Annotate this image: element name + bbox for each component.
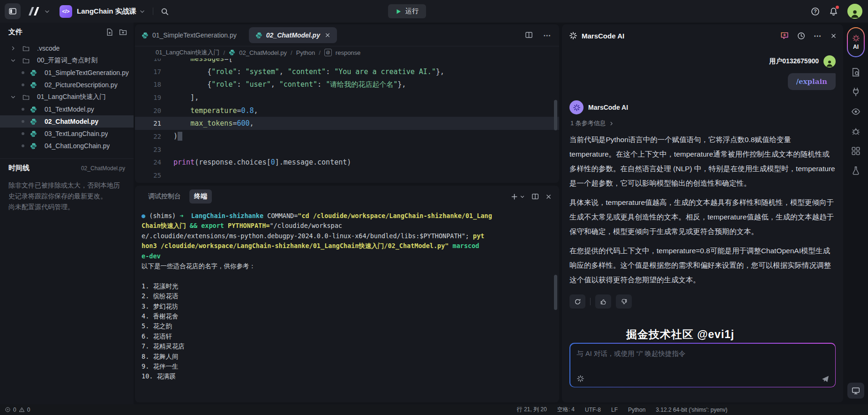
- preview-monitor-button[interactable]: [847, 383, 864, 399]
- code-token: 600: [237, 119, 249, 128]
- thumbs-up-button[interactable]: [595, 294, 611, 309]
- tree-item[interactable]: 01_TextModel.py: [0, 103, 134, 115]
- search-icon[interactable]: [161, 8, 169, 15]
- reference-row[interactable]: 1 条参考信息: [570, 119, 836, 128]
- help-icon[interactable]: [811, 7, 820, 16]
- tree-item-label: 04_ChatLongChain.py: [45, 142, 110, 150]
- preview-eye-icon[interactable]: [851, 107, 861, 116]
- tree-item[interactable]: .vscode: [0, 42, 134, 54]
- tree-item[interactable]: 02_ChatModel.py: [0, 115, 134, 128]
- tree-item[interactable]: 01_LangChain快速入门: [0, 91, 134, 103]
- sidebar-toggle-button[interactable]: [5, 3, 21, 19]
- close-ai-panel-icon[interactable]: [831, 33, 837, 39]
- tree-item[interactable]: 00_开篇词_奇点时刻: [0, 54, 134, 67]
- terminal-token: "cd /cloudide/workspace/LangChain-shizha…: [298, 212, 492, 219]
- code-line[interactable]: 18 {"role": "user", "content": "请给我的花店起个…: [135, 78, 559, 91]
- status-item[interactable]: 3.12.2 64-bit ('shims': pyenv): [656, 407, 727, 413]
- problems-indicator[interactable]: 0 0: [5, 407, 30, 413]
- thumbs-down-icon: [621, 298, 628, 305]
- terminal-line: 2. 缤纷花语: [142, 291, 553, 301]
- project-chevron-down-icon[interactable]: [139, 8, 145, 15]
- breadcrumb-separator: /: [291, 49, 292, 56]
- extensions-grid-icon[interactable]: [851, 146, 861, 156]
- code-line[interactable]: 20 temperature=0.8,: [135, 104, 559, 117]
- editor-scrollbar[interactable]: [554, 100, 557, 130]
- code-line[interactable]: 19 ],: [135, 91, 559, 104]
- terminal-token: hon3 /cloudide/workspace/LangChain-shizh…: [142, 242, 453, 249]
- tree-item[interactable]: 01_SimpleTextGeneration.py: [0, 67, 134, 79]
- tree-item[interactable]: 04_ChatLongChain.py: [0, 140, 134, 152]
- plug-icon[interactable]: [851, 87, 861, 97]
- terminal-token: 1. 花漾时光: [142, 282, 178, 290]
- code-token: (response.choices[: [195, 158, 271, 166]
- code-line[interactable]: 16 messages=[: [135, 59, 559, 65]
- terminal-line: Chain快速入门 && export PYTHONPATH="/cloudid…: [142, 221, 553, 231]
- ai-response-paragraph: 具体来说，temperature值越高，生成的文本越具有多样性和随机性，模型更倾…: [569, 195, 836, 239]
- terminal-token: export: [201, 222, 228, 229]
- topbar-divider: [153, 8, 153, 15]
- thumbs-down-button[interactable]: [616, 294, 632, 309]
- breadcrumb-folder[interactable]: 01_LangChain快速入门: [156, 48, 220, 57]
- status-item[interactable]: LF: [611, 407, 618, 413]
- timeline-note: 除非文件已被排除或太大，否则本地历史记录将跟踪你保存的最新更改。: [8, 180, 125, 202]
- run-button[interactable]: 运行: [388, 4, 426, 18]
- new-chat-icon[interactable]: [780, 31, 789, 40]
- more-actions-icon[interactable]: ⋯: [543, 31, 552, 40]
- split-terminal-icon[interactable]: [531, 193, 539, 200]
- tab-02-chatmodel[interactable]: 02_ChatModel.py: [249, 27, 337, 43]
- status-item[interactable]: 空格: 4: [557, 406, 575, 414]
- ai-chat-input[interactable]: [570, 344, 835, 371]
- chevron-down-icon[interactable]: [44, 8, 50, 15]
- marscode-logo[interactable]: [27, 6, 41, 16]
- tree-item[interactable]: 02_PictureDescription.py: [0, 79, 134, 91]
- split-editor-icon[interactable]: [525, 31, 533, 39]
- chevron-down-icon: [10, 94, 20, 100]
- code-line[interactable]: 25: [135, 169, 559, 182]
- code-token: },: [397, 80, 406, 89]
- tab-terminal[interactable]: 终端: [189, 189, 212, 204]
- status-item[interactable]: 行 21, 列 20: [517, 406, 547, 414]
- new-folder-icon[interactable]: [119, 28, 127, 36]
- code-line[interactable]: 17 {"role": "system", "content": "You ar…: [135, 65, 559, 78]
- project-name[interactable]: LangChain 实战课: [77, 7, 136, 16]
- timeline-header-label[interactable]: 时间线: [8, 164, 30, 173]
- terminal-scrollbar[interactable]: [554, 275, 557, 310]
- code-line[interactable]: 22): [135, 130, 559, 143]
- breadcrumb-language[interactable]: Python: [296, 49, 315, 56]
- status-item[interactable]: UTF-8: [585, 407, 601, 413]
- test-flask-icon[interactable]: [851, 166, 861, 175]
- status-item[interactable]: Python: [628, 407, 645, 413]
- python-icon: [30, 81, 41, 89]
- code-token: ,: [271, 80, 279, 89]
- close-panel-icon[interactable]: [546, 194, 552, 200]
- ai-more-icon[interactable]: ⋯: [814, 31, 822, 40]
- notifications-button[interactable]: [829, 7, 838, 15]
- code-search-icon[interactable]: [851, 68, 861, 77]
- ai-assistant-activity-button[interactable]: AI: [847, 27, 865, 57]
- ai-panel-header: MarsCode AI ⋯: [562, 24, 843, 47]
- timeline-file-label: 02_ChatModel.py: [81, 165, 125, 172]
- send-icon[interactable]: [821, 375, 830, 383]
- breadcrumb-symbol[interactable]: response: [336, 49, 360, 56]
- tree-item[interactable]: 03_TextLangChain.py: [0, 128, 134, 140]
- terminal-dropdown-chevron-icon[interactable]: [520, 194, 525, 199]
- code-line[interactable]: 21 max_tokens=600,: [135, 117, 559, 130]
- terminal-line: 9. 花伴一生: [142, 362, 553, 371]
- line-number: 19: [135, 94, 173, 101]
- debug-bug-icon[interactable]: [851, 127, 861, 136]
- breadcrumb-file[interactable]: 02_ChatModel.py: [239, 49, 287, 56]
- new-file-icon[interactable]: [105, 28, 113, 36]
- code-line[interactable]: 23: [135, 143, 559, 156]
- history-icon[interactable]: [797, 32, 805, 40]
- code-token: :: [237, 80, 245, 89]
- close-tab-icon[interactable]: [325, 32, 330, 38]
- tab-01-simpletextgeneration[interactable]: 01_SimpleTextGeneration.py: [135, 24, 243, 46]
- user-avatar[interactable]: [847, 4, 862, 19]
- tab-debug-console[interactable]: 调试控制台: [143, 189, 186, 204]
- regenerate-button[interactable]: [569, 294, 585, 309]
- line-number: 18: [135, 81, 173, 88]
- code-editor[interactable]: 16 messages=[17 {"role": "system", "cont…: [135, 59, 559, 183]
- terminal-output[interactable]: ● (shims) ➜ LangChain-shizhanke COMMAND=…: [135, 207, 559, 382]
- new-terminal-icon[interactable]: [511, 193, 518, 200]
- code-line[interactable]: 24print(response.choices[0].message.cont…: [135, 156, 559, 169]
